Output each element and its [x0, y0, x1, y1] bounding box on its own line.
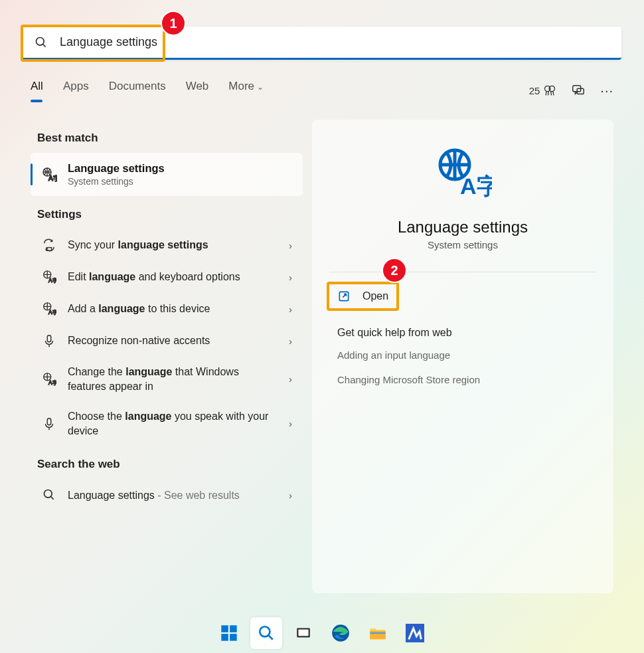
heading-search-web: Search the web — [37, 458, 303, 471]
svg-point-17 — [44, 490, 52, 498]
svg-rect-32 — [370, 632, 385, 634]
svg-text:A字: A字 — [48, 175, 57, 182]
tab-all[interactable]: All — [31, 80, 43, 101]
more-options-button[interactable]: ··· — [600, 83, 613, 98]
svg-rect-29 — [298, 630, 308, 636]
taskbar-app-button[interactable] — [399, 617, 431, 649]
taskbar-search-button[interactable] — [250, 617, 282, 649]
svg-text:A字: A字 — [460, 173, 492, 199]
svg-text:A字: A字 — [48, 278, 56, 284]
best-match-subtitle: System settings — [68, 176, 165, 187]
preview-pane: A字 Language settings System settings Ope… — [312, 120, 613, 593]
annotation-callout-1: 1 — [161, 11, 186, 36]
chevron-right-icon: › — [289, 272, 292, 283]
rewards-points[interactable]: 25 — [529, 84, 557, 97]
search-input[interactable] — [58, 35, 609, 50]
heading-settings: Settings — [37, 208, 303, 221]
svg-rect-31 — [370, 631, 385, 640]
open-button[interactable]: Open — [329, 284, 396, 308]
language-icon: A字 — [41, 371, 57, 387]
microphone-icon — [41, 333, 57, 349]
help-link-input-language[interactable]: Adding an input language — [337, 349, 588, 361]
chevron-right-icon: › — [289, 418, 292, 429]
sync-icon — [41, 237, 57, 253]
svg-point-26 — [260, 626, 270, 636]
svg-text:A字: A字 — [48, 380, 56, 386]
chevron-right-icon: › — [289, 490, 292, 501]
tab-documents[interactable]: Documents — [109, 80, 166, 101]
best-match-result[interactable]: A字 Language settings System settings — [31, 153, 303, 196]
svg-rect-16 — [47, 419, 51, 425]
language-settings-icon: A字 — [41, 167, 57, 183]
setting-choose-language[interactable]: Choose the language you speak with your … — [31, 401, 303, 446]
chevron-right-icon: › — [289, 304, 292, 315]
taskbar-start-button[interactable] — [213, 617, 245, 649]
svg-rect-22 — [221, 625, 228, 632]
taskbar-edge-button[interactable] — [325, 617, 357, 649]
setting-sync-language[interactable]: Sync your language settings › — [31, 229, 303, 261]
svg-point-0 — [37, 37, 44, 45]
tab-apps[interactable]: Apps — [63, 80, 89, 101]
open-external-icon — [337, 290, 351, 303]
help-link-store-region[interactable]: Changing Microsoft Store region — [337, 374, 588, 385]
preview-app-icon: A字 — [312, 146, 613, 199]
svg-rect-23 — [230, 625, 237, 632]
chat-icon[interactable] — [571, 83, 586, 98]
medal-icon — [543, 84, 556, 97]
heading-best-match: Best match — [37, 132, 303, 145]
chevron-down-icon: ⌄ — [257, 82, 264, 92]
svg-line-18 — [51, 497, 54, 500]
taskbar — [0, 613, 644, 653]
chevron-right-icon: › — [289, 373, 292, 385]
chevron-right-icon: › — [289, 240, 292, 251]
best-match-title: Language settings — [68, 162, 165, 175]
search-icon — [41, 487, 57, 503]
language-icon: A字 — [41, 301, 57, 317]
setting-add-language[interactable]: A字 Add a language to this device › — [31, 293, 303, 325]
taskbar-explorer-button[interactable] — [362, 617, 394, 649]
svg-rect-13 — [47, 335, 51, 342]
search-bar[interactable] — [23, 27, 621, 60]
svg-text:A字: A字 — [48, 310, 56, 316]
language-icon: A字 — [41, 269, 57, 285]
svg-rect-24 — [221, 634, 228, 641]
tab-web[interactable]: Web — [186, 80, 209, 101]
tabs-row: All Apps Documents Web More⌄ 25 ··· — [31, 80, 613, 101]
taskbar-taskview-button[interactable] — [287, 617, 319, 649]
results-pane: Best match A字 Language settings System s… — [31, 120, 303, 593]
svg-rect-25 — [230, 634, 237, 641]
divider — [329, 272, 596, 272]
chevron-right-icon: › — [289, 335, 292, 347]
svg-line-1 — [43, 44, 46, 47]
setting-recognize-accents[interactable]: Recognize non-native accents › — [31, 325, 303, 357]
annotation-callout-2: 2 — [382, 258, 407, 283]
setting-change-language[interactable]: A字 Change the language that Windows feat… — [31, 357, 303, 401]
search-icon — [35, 36, 48, 49]
preview-subtitle: System settings — [312, 239, 613, 250]
preview-title: Language settings — [312, 218, 613, 236]
microphone-icon — [41, 416, 57, 432]
tab-more[interactable]: More⌄ — [228, 80, 264, 101]
search-window: 1 All Apps Documents Web More⌄ 25 ··· Be… — [7, 7, 637, 606]
svg-line-27 — [268, 635, 273, 640]
web-result[interactable]: Language settings - See web results › — [31, 479, 303, 511]
setting-edit-language[interactable]: A字 Edit language and keyboard options › — [31, 261, 303, 293]
help-heading: Get quick help from web — [337, 327, 588, 339]
